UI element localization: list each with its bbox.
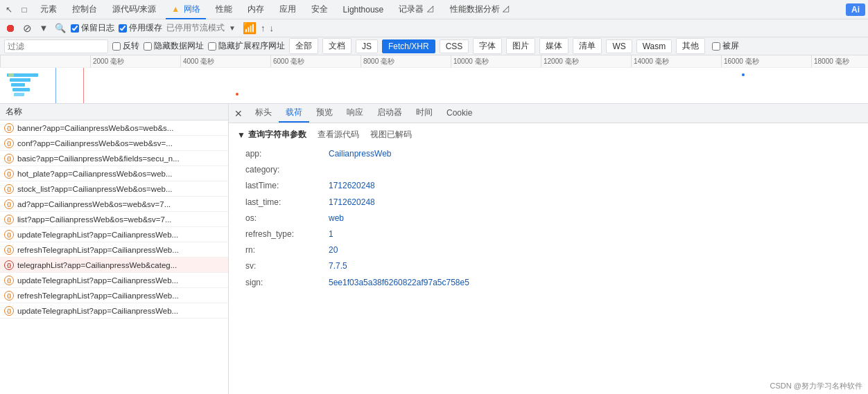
record-stop-button[interactable]: ⏺ [4, 22, 17, 35]
blocked-checkbox[interactable] [712, 42, 720, 51]
list-item[interactable]: {} hot_plate?app=CailianpressWeb&os=web.… [0, 166, 228, 181]
tab-timing[interactable]: 时间 [409, 104, 440, 123]
filter-img-button[interactable]: 图片 [506, 38, 535, 54]
hide-data-checkbox[interactable] [144, 42, 152, 51]
list-item-text: hot_plate?app=CailianpressWeb&os=web... [17, 170, 223, 178]
tab-initiator[interactable]: 启动器 [370, 104, 409, 123]
blocked-checkbox-label[interactable]: 被屏 [712, 40, 739, 52]
tab-response[interactable]: 响应 [340, 104, 370, 123]
preserve-log-label[interactable]: 保留日志 [71, 22, 114, 34]
filter-js-button[interactable]: JS [356, 39, 378, 53]
view-source-link[interactable]: 查看源代码 [318, 129, 359, 141]
clear-button[interactable]: ⊘ [21, 22, 33, 35]
list-item[interactable]: {} banner?app=CailianpressWeb&os=web&s..… [0, 120, 228, 136]
param-row-app: app: CailianpressWeb [237, 146, 860, 162]
bar-2 [10, 78, 31, 82]
tab-memory[interactable]: 内存 [242, 1, 270, 17]
query-section: ▼ 查询字符串参数 查看源代码 视图已解码 app: CailianpressW… [237, 129, 860, 291]
tab-preview[interactable]: 预览 [309, 104, 340, 123]
filter-other-button[interactable]: 其他 [676, 38, 705, 54]
list-item[interactable]: {} refreshTelegraphList?app=Cailianpress… [0, 242, 228, 258]
tab-payload[interactable]: 载荷 [279, 104, 309, 123]
throttle-mode-label: 已停用节流模式 [166, 22, 225, 34]
xhr-icon: {} [4, 215, 14, 224]
filter-wasm-button[interactable]: Wasm [636, 39, 672, 53]
hide-data-checkbox-label[interactable]: 隐藏数据网址 [144, 40, 204, 52]
tab-elements[interactable]: 元素 [35, 1, 62, 17]
filter-clear-log-button[interactable]: 清单 [573, 38, 602, 54]
bar-5 [14, 93, 24, 96]
tab-application[interactable]: 应用 [274, 1, 302, 17]
disable-cache-label[interactable]: 停用缓存 [119, 22, 162, 34]
filter-css-button[interactable]: CSS [440, 39, 469, 53]
filter-toggle-button[interactable]: ▼ [37, 22, 50, 35]
list-item[interactable]: {} refreshTelegraphList?app=Cailianpress… [0, 288, 228, 303]
filter-input[interactable] [4, 39, 108, 53]
tab-recorder[interactable]: 记录器 ⊿ [393, 1, 440, 17]
list-item-text: telegraphList?app=CailianpressWeb&categ.… [17, 261, 223, 269]
reverse-checkbox-label[interactable]: 反转 [112, 40, 139, 52]
tab-cookies[interactable]: Cookie [440, 105, 479, 122]
search-button[interactable]: 🔍 [54, 22, 67, 35]
list-item[interactable]: {} updateTelegraphList?app=CailianpressW… [0, 273, 228, 288]
upload-button[interactable]: ↑ [261, 23, 266, 33]
list-item-text: banner?app=CailianpressWeb&os=web&s... [17, 124, 223, 132]
list-item-text: basic?app=CailianpressWeb&fields=secu_n.… [17, 154, 223, 163]
warning-icon: ▲ [171, 4, 180, 14]
list-item[interactable]: {} list?app=CailianpressWeb&os=web&sv=7.… [0, 212, 228, 227]
tick-10000: 10000 毫秒 [451, 55, 541, 67]
tick-18000: 18000 毫秒 [811, 55, 868, 67]
list-item[interactable]: {} stock_list?app=CailianpressWeb&os=web… [0, 181, 228, 197]
tab-sources[interactable]: 源代码/来源 [107, 1, 162, 17]
wifi-icon[interactable]: 📶 [243, 21, 257, 35]
tab-perf-analysis[interactable]: 性能数据分析 ⊿ [444, 1, 516, 17]
tab-security[interactable]: 安全 [306, 1, 333, 17]
param-row-category: category: [237, 162, 860, 178]
list-item[interactable]: {} basic?app=CailianpressWeb&fields=secu… [0, 151, 228, 166]
top-toolbar: ↖ □ 元素 控制台 源代码/来源 ▲ 网络 性能 内存 应用 安全 Light… [0, 0, 868, 19]
list-item[interactable]: {} ad?app=CailianpressWeb&os=web&sv=7... [0, 197, 228, 212]
filter-font-button[interactable]: 字体 [473, 38, 502, 54]
hide-ext-checkbox-label[interactable]: 隐藏扩展程序网址 [208, 40, 285, 52]
filter-all-button[interactable]: 全部 [289, 38, 318, 54]
bar-1b [8, 73, 14, 77]
tab-lighthouse[interactable]: Lighthouse [338, 3, 390, 17]
list-item-text: refreshTelegraphList?app=CailianpressWeb… [17, 246, 223, 254]
dcl-marker [55, 68, 56, 104]
filter-doc-button[interactable]: 文档 [322, 38, 351, 54]
filter-ws-button[interactable]: WS [606, 39, 632, 53]
highlight-dot [236, 93, 238, 96]
detail-content: ▼ 查询字符串参数 查看源代码 视图已解码 app: CailianpressW… [229, 123, 868, 394]
list-item-text: refreshTelegraphList?app=CailianpressWeb… [17, 292, 223, 300]
list-item[interactable]: {} updateTelegraphList?app=CailianpressW… [0, 303, 228, 319]
download-button[interactable]: ↓ [269, 23, 274, 33]
disable-cache-checkbox[interactable] [119, 24, 127, 33]
close-detail-button[interactable]: ✕ [232, 107, 245, 120]
xhr-icon: {} [4, 123, 14, 133]
filter-media-button[interactable]: 媒体 [539, 38, 568, 54]
tab-performance[interactable]: 性能 [210, 1, 238, 17]
param-row-os: os: web [237, 211, 860, 226]
throttle-dropdown[interactable]: ▼ [229, 24, 236, 32]
list-item[interactable]: {} updateTelegraphList?app=CailianpressW… [0, 227, 228, 242]
filter-fetch-button[interactable]: Fetch/XHR [382, 39, 435, 53]
reverse-checkbox[interactable] [112, 42, 121, 51]
hide-ext-checkbox[interactable] [208, 42, 216, 51]
tick-16000: 16000 毫秒 [721, 55, 811, 67]
xhr-icon: {} [4, 169, 14, 179]
main-area: 名称 {} banner?app=CailianpressWeb&os=web&… [0, 104, 868, 394]
list-item-selected[interactable]: {} telegraphList?app=CailianpressWeb&cat… [0, 258, 228, 273]
tick-4000: 4000 毫秒 [180, 55, 270, 67]
cursor-icon[interactable]: ↖ [3, 3, 15, 16]
tab-console[interactable]: 控制台 [67, 1, 103, 17]
list-item[interactable]: {} conf?app=CailianpressWeb&os=web&sv=..… [0, 136, 228, 151]
tab-headers[interactable]: 标头 [248, 104, 279, 123]
ai-badge[interactable]: Ai [846, 3, 865, 16]
inspect-icon[interactable]: □ [18, 3, 31, 16]
query-header: ▼ 查询字符串参数 查看源代码 视图已解码 [237, 129, 860, 141]
preserve-log-checkbox[interactable] [71, 24, 79, 33]
left-panel: 名称 {} banner?app=CailianpressWeb&os=web&… [0, 104, 229, 394]
tab-network[interactable]: ▲ 网络 [166, 1, 205, 17]
view-decoded-link[interactable]: 视图已解码 [370, 129, 412, 141]
list-item-text: list?app=CailianpressWeb&os=web&sv=7... [17, 215, 223, 224]
